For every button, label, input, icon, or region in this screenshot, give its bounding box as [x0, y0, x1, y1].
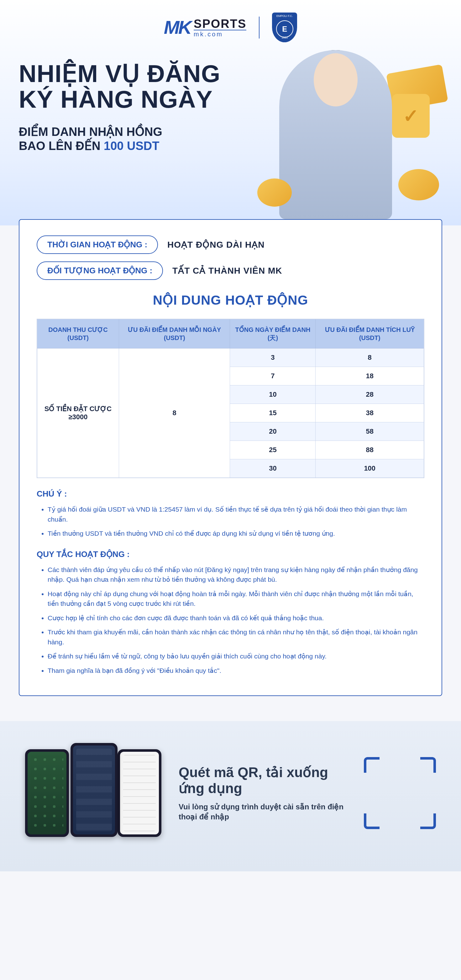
subheadline: ĐIỂM DANH NHẬN HỒNG BAO LÊN ĐẾN 100 USDT — [19, 125, 442, 153]
mk-logo: MK SPORTS mk.com — [164, 17, 247, 38]
reward-table: DOANH THU CƯỢC (USDT) ƯU ĐÃI ĐIỂM DANH M… — [37, 319, 424, 478]
cell-accum: 18 — [316, 367, 424, 385]
section-title: NỘI DUNG HOẠT ĐỘNG — [37, 293, 424, 308]
list-item: Cược hợp lệ chỉ tính cho các đơn cược đã… — [48, 613, 424, 623]
hero-banner: MK SPORTS mk.com EMPOLI F.C. E 1920 NHIỆ… — [0, 0, 461, 226]
notes-title: CHÚ Ý : — [37, 489, 424, 499]
gold-coin-icon — [398, 169, 439, 200]
info-label-time: THỜI GIAN HOẠT ĐỘNG : — [37, 235, 158, 254]
qr-placeholder[interactable] — [364, 757, 436, 829]
list-item: Để tránh sự hiểu lầm về từ ngữ, công ty … — [48, 651, 424, 661]
list-item: Hoạt động này chỉ áp dụng chung với hoạt… — [48, 589, 424, 609]
notes-list: Tỷ giá hối đoái giữa USDT và VND là 1:25… — [37, 504, 424, 539]
badge-year: 1920 — [281, 36, 288, 39]
cell-accum: 38 — [316, 404, 424, 422]
th-days: TỔNG NGÀY ĐIỂM DANH (天) — [230, 319, 316, 348]
list-item: Tiền thưởng USDT và tiền thưởng VND chỉ … — [48, 528, 424, 539]
sub-line-2-accent: 100 USDT — [104, 139, 159, 153]
qr-corner-icon — [420, 813, 436, 829]
phone-mockup-icon — [118, 749, 161, 837]
qr-corner-icon — [364, 813, 380, 829]
rules-title: QUY TẮC HOẠT ĐỘNG : — [37, 549, 424, 559]
footer-subtitle: Vui lòng sử dụng trình duyệt cài sẵn trê… — [179, 802, 345, 821]
th-bet: DOANH THU CƯỢC (USDT) — [37, 319, 119, 348]
cell-days: 30 — [230, 459, 316, 478]
th-accum: ƯU ĐÃI ĐIỂM DANH TÍCH LUỸ (USDT) — [316, 319, 424, 348]
cell-accum: 58 — [316, 422, 424, 441]
badge-letter: E — [276, 20, 294, 38]
cell-daily-bonus: 8 — [119, 348, 230, 478]
rules-list: Các thành viên đáp ứng yêu cầu có thể nh… — [37, 565, 424, 676]
info-row-time: THỜI GIAN HOẠT ĐỘNG : HOẠT ĐỘNG DÀI HẠN — [37, 235, 424, 254]
cell-days: 7 — [230, 367, 316, 385]
title-line-2: KÝ HÀNG NGÀY — [19, 86, 213, 113]
cell-days: 25 — [230, 441, 316, 459]
list-item: Các thành viên đáp ứng yêu cầu có thể nh… — [48, 565, 424, 585]
activity-panel: THỜI GIAN HOẠT ĐỘNG : HOẠT ĐỘNG DÀI HẠN … — [19, 219, 442, 696]
cell-accum: 100 — [316, 459, 424, 478]
mk-logo-sports: SPORTS — [194, 18, 246, 30]
logo-row: MK SPORTS mk.com EMPOLI F.C. E 1920 — [19, 13, 442, 42]
cell-accum: 28 — [316, 385, 424, 404]
badge-top-text: EMPOLI F.C. — [276, 14, 293, 18]
info-value-target: TẤT CẢ THÀNH VIÊN MK — [172, 266, 282, 276]
info-row-target: ĐỐI TƯỢNG HOẠT ĐỘNG : TẤT CẢ THÀNH VIÊN … — [37, 261, 424, 280]
sub-line-2-pre: BAO LÊN ĐẾN — [19, 139, 104, 153]
gold-coin-icon — [257, 178, 292, 207]
table-row: SỐ TIỀN ĐẶT CƯỢC ≥3000838 — [37, 348, 424, 367]
info-value-time: HOẠT ĐỘNG DÀI HẠN — [167, 240, 265, 250]
cell-days: 10 — [230, 385, 316, 404]
list-item: Trước khi tham gia khuyến mãi, cần hoàn … — [48, 627, 424, 647]
title-line-1: NHIỆM VỤ ĐĂNG — [19, 60, 220, 88]
cell-accum: 8 — [316, 348, 424, 367]
cell-days: 3 — [230, 348, 316, 367]
sub-line-1: ĐIỂM DANH NHẬN HỒNG — [19, 125, 162, 138]
info-label-target: ĐỐI TƯỢNG HOẠT ĐỘNG : — [37, 261, 163, 280]
cell-days: 15 — [230, 404, 316, 422]
cell-days: 20 — [230, 422, 316, 441]
headline: NHIỆM VỤ ĐĂNG KÝ HÀNG NGÀY ĐIỂM DANH NHẬ… — [19, 61, 442, 153]
mk-logo-domain: mk.com — [194, 30, 246, 37]
list-item: Tỷ giá hối đoái giữa USDT và VND là 1:25… — [48, 504, 424, 524]
footer-download: Quét mã QR, tải xuống ứng dụng Vui lòng … — [0, 721, 461, 871]
logo-divider — [259, 17, 260, 38]
cell-bet-requirement: SỐ TIỀN ĐẶT CƯỢC ≥3000 — [37, 348, 119, 478]
qr-corner-icon — [364, 757, 380, 773]
phone-mockup-icon — [70, 743, 118, 837]
th-daily: ƯU ĐÃI ĐIỂM DANH MỖI NGÀY (USDT) — [119, 319, 230, 348]
qr-corner-icon — [420, 757, 436, 773]
empoli-badge: EMPOLI F.C. E 1920 — [272, 13, 297, 42]
mk-logo-mark: MK — [164, 17, 191, 38]
footer-title: Quét mã QR, tải xuống ứng dụng — [179, 765, 345, 796]
cell-accum: 88 — [316, 441, 424, 459]
list-item: Tham gia nghĩa là bạn đã đồng ý với "Điề… — [48, 666, 424, 676]
phone-mockups — [25, 743, 160, 843]
phone-mockup-icon — [25, 749, 69, 837]
